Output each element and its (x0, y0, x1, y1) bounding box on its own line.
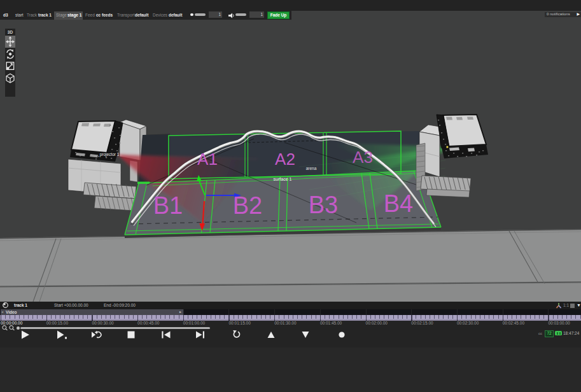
svg-text:A3: A3 (353, 148, 373, 167)
svg-text:B3: B3 (309, 192, 338, 218)
svg-text:projector 1: projector 1 (100, 152, 120, 157)
svg-text:B2: B2 (233, 192, 262, 219)
svg-text:A2: A2 (275, 150, 295, 169)
svg-text:A1: A1 (197, 150, 218, 169)
svg-text:surface 1: surface 1 (274, 177, 292, 181)
svg-text:B4: B4 (384, 190, 413, 217)
svg-text:B1: B1 (153, 192, 183, 219)
svg-text:arena: arena (306, 166, 317, 171)
